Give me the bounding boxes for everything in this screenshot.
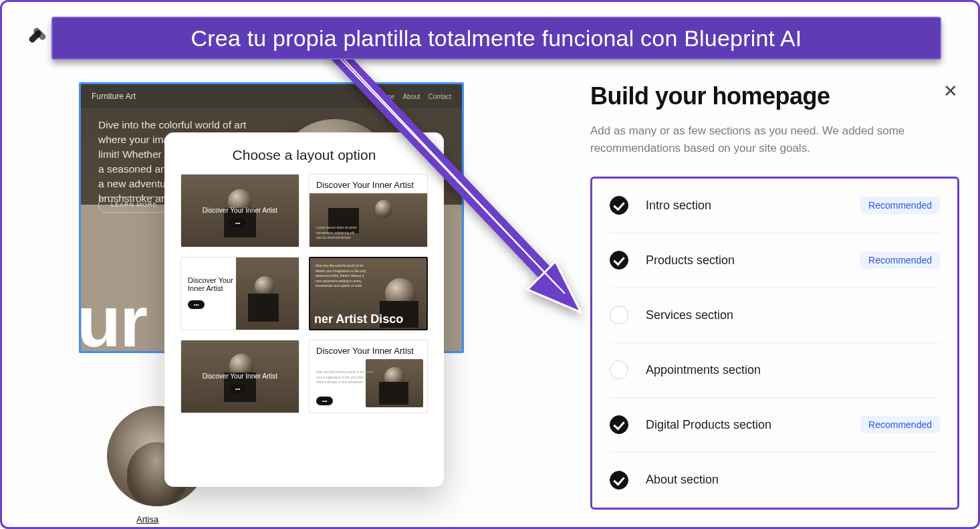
section-row-intro[interactable]: Intro section Recommended (610, 179, 940, 233)
section-label: Intro section (646, 199, 860, 213)
nav-link[interactable]: Course (373, 93, 394, 100)
panel-subtitle: Add as many or as few sections as you ne… (590, 122, 925, 158)
thumb-heading: Discover Your Inner Artist (316, 180, 414, 190)
section-row-digital-products[interactable]: Digital Products section Recommended (610, 398, 940, 453)
checkbox-unchecked-icon[interactable] (610, 306, 628, 324)
mini-cta-button: ••• (229, 219, 246, 227)
section-label: Appointments section (646, 363, 940, 377)
section-label: Services section (646, 308, 940, 322)
section-row-appointments[interactable]: Appointments section (610, 343, 940, 398)
hero-big-heading-fragment: ur (79, 280, 146, 353)
layout-chooser-title: Choose a layout option (180, 147, 428, 163)
layout-thumb-fullbleed-selected[interactable]: Dive into the colorful world of artwhere… (309, 257, 428, 330)
thumb-heading: Discover Your Inner Artist (188, 276, 235, 292)
preview-nav-links: Course About Contact (373, 93, 451, 100)
homepage-builder-panel: ✕ Build your homepage Add as many or as … (590, 82, 959, 510)
section-row-services[interactable]: Services section (610, 288, 940, 343)
checkbox-checked-icon[interactable] (610, 196, 628, 215)
squarespace-logo-icon (26, 25, 49, 47)
layout-thumb-centered-dark[interactable]: Discover Your Inner Artist ••• (180, 174, 299, 247)
section-label: Digital Products section (646, 418, 860, 432)
nav-link[interactable]: Contact (428, 93, 451, 100)
section-row-about[interactable]: About section (610, 453, 940, 508)
artisan-link[interactable]: Artisa (136, 514, 158, 524)
section-row-products[interactable]: Products section Recommended (610, 233, 940, 288)
checkbox-checked-icon[interactable] (610, 471, 628, 490)
preview-brand: Furniture Art (92, 92, 373, 101)
preview-nav-bar: Furniture Art Course About Contact (81, 84, 462, 108)
layout-thumb-centered-dark-2[interactable]: Discover Your Inner Artist ••• (180, 340, 299, 413)
sections-list-highlighted: Intro section Recommended Products secti… (590, 177, 959, 510)
screenshot-stage: Crea tu propia plantilla totalmente func… (0, 0, 980, 529)
mini-cta-button: ••• (229, 385, 246, 393)
layout-chooser-card: Choose a layout option Discover Your Inn… (164, 132, 444, 487)
layout-thumb-heading-dark[interactable]: Discover Your Inner Artist Lorem ipsum d… (309, 174, 428, 247)
layout-thumb-split-left[interactable]: Discover Your Inner Artist ••• (180, 257, 299, 330)
section-label: Products section (646, 253, 860, 268)
annotation-banner: Crea tu propia plantilla totalmente func… (51, 17, 941, 60)
learn-more-button[interactable]: LEARN MORE (98, 197, 170, 213)
layout-thumb-heading-right-image[interactable]: Discover Your Inner Artist Dive into the… (309, 340, 428, 413)
checkbox-unchecked-icon[interactable] (610, 360, 628, 379)
nav-link[interactable]: About (402, 93, 420, 100)
recommended-badge: Recommended (860, 416, 940, 433)
thumb-caption: Discover Your Inner Artist (181, 207, 299, 214)
thumb-heading: Discover Your Inner Artist (316, 346, 414, 356)
recommended-badge: Recommended (860, 197, 940, 214)
checkbox-checked-icon[interactable] (610, 251, 628, 270)
panel-title: Build your homepage (590, 82, 959, 110)
layout-thumbnail-grid: Discover Your Inner Artist ••• Discover … (180, 174, 428, 413)
recommended-badge: Recommended (860, 251, 940, 269)
section-label: About section (646, 473, 940, 487)
mini-cta-button: ••• (188, 300, 205, 309)
thumb-big-text: ner Artist Disco (314, 312, 403, 326)
banner-text: Crea tu propia plantilla totalmente func… (191, 25, 802, 51)
close-icon[interactable]: ✕ (943, 82, 958, 100)
svg-marker-0 (527, 261, 581, 312)
thumb-caption: Discover Your Inner Artist (181, 373, 299, 380)
mini-cta-button: ••• (316, 397, 333, 405)
checkbox-checked-icon[interactable] (610, 415, 628, 434)
template-preview-column: Furniture Art Course About Contact Dive … (79, 82, 473, 524)
